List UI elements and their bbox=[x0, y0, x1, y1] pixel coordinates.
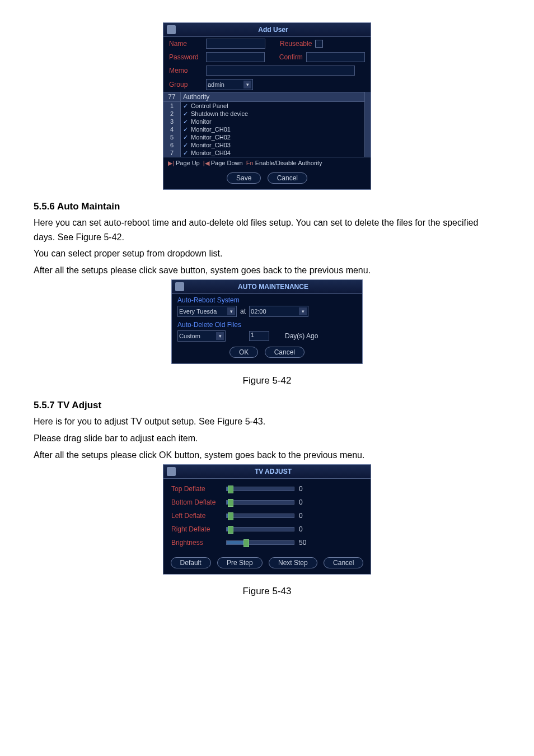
confirm-label: Confirm bbox=[279, 53, 303, 61]
check-icon[interactable]: ✓ bbox=[181, 102, 190, 110]
check-icon[interactable]: ✓ bbox=[181, 134, 190, 141]
section-557-p2: Please drag slide bar to adjust each ite… bbox=[34, 431, 500, 446]
next-step-button[interactable]: Next Step bbox=[269, 557, 317, 568]
authority-row-text: Monitor_CH03 bbox=[190, 141, 364, 149]
authority-row-num: 2 bbox=[163, 110, 181, 118]
authority-row-num: 5 bbox=[163, 133, 181, 141]
name-input[interactable] bbox=[206, 39, 265, 49]
slider-thumb[interactable] bbox=[243, 539, 249, 547]
gear-icon bbox=[175, 282, 184, 291]
authority-row-num: 4 bbox=[163, 125, 181, 133]
slider-value: 50 bbox=[299, 539, 312, 547]
slider[interactable] bbox=[226, 527, 294, 531]
pre-step-button[interactable]: Pre Step bbox=[217, 557, 263, 568]
authority-row[interactable]: 2✓Shutdown the device bbox=[163, 110, 364, 118]
section-557-p3: After all the setups please click OK but… bbox=[34, 448, 500, 463]
add-user-titlebar: Add User bbox=[163, 23, 371, 37]
group-label: Group bbox=[169, 81, 203, 88]
ok-button[interactable]: OK bbox=[229, 347, 258, 358]
slider[interactable] bbox=[226, 540, 294, 545]
tv-adjust-titlebar: TV ADJUST bbox=[163, 465, 371, 479]
add-user-dialog: Add User Name Reuseable Password Confirm… bbox=[163, 22, 371, 190]
slider[interactable] bbox=[226, 514, 294, 518]
chevron-down-icon: ▾ bbox=[243, 81, 251, 88]
group-value: admin bbox=[208, 81, 241, 88]
slider-label: Right Deflate bbox=[171, 525, 222, 533]
slider-label: Bottom Deflate bbox=[171, 498, 222, 506]
page-up-label: Page Up bbox=[176, 160, 200, 166]
slider-thumb[interactable] bbox=[228, 512, 233, 520]
auto-maintenance-title: AUTO MAINTENANCE bbox=[188, 283, 359, 291]
user-icon bbox=[167, 25, 176, 34]
authority-row-num: 3 bbox=[163, 118, 181, 125]
at-label: at bbox=[240, 307, 246, 315]
reuseable-label: Reuseable bbox=[280, 40, 312, 48]
days-input[interactable]: 1 bbox=[249, 331, 269, 341]
slider-thumb[interactable] bbox=[228, 486, 233, 493]
authority-row-text: Monitor_CH01 bbox=[190, 125, 364, 133]
authority-row[interactable]: 6✓Monitor_CH03 bbox=[163, 141, 364, 149]
slider-row: Bottom Deflate0 bbox=[163, 496, 371, 509]
check-icon[interactable]: ✓ bbox=[181, 150, 190, 157]
slider-row: Left Deflate0 bbox=[163, 509, 371, 522]
slider-value: 0 bbox=[299, 512, 312, 520]
authority-row[interactable]: 1✓Control Panel bbox=[163, 102, 364, 110]
authority-row[interactable]: 5✓Monitor_CH02 bbox=[163, 133, 364, 141]
authority-row[interactable]: 3✓Monitor bbox=[163, 118, 364, 125]
slider-thumb[interactable] bbox=[228, 526, 233, 534]
section-557-p1: Here is for you to adjust TV output setu… bbox=[34, 414, 500, 429]
tv-icon bbox=[167, 467, 176, 476]
reboot-day-dropdown[interactable]: Every Tuesda ▾ bbox=[177, 306, 237, 317]
slider-row: Right Deflate0 bbox=[163, 522, 371, 536]
check-icon[interactable]: ✓ bbox=[181, 118, 190, 125]
auto-maintenance-titlebar: AUTO MAINTENANCE bbox=[172, 280, 362, 294]
days-ago-label: Day(s) Ago bbox=[285, 332, 318, 340]
save-button[interactable]: Save bbox=[227, 172, 261, 184]
reboot-time-value: 02:00 bbox=[251, 308, 297, 315]
figure-5-43-caption: Figure 5-43 bbox=[34, 586, 500, 597]
figure-5-42-caption: Figure 5-42 bbox=[34, 375, 500, 386]
check-icon[interactable]: ✓ bbox=[181, 142, 190, 149]
authority-row-text: Monitor_CH02 bbox=[190, 133, 364, 141]
confirm-input[interactable] bbox=[306, 52, 365, 62]
check-icon[interactable]: ✓ bbox=[181, 126, 190, 133]
cancel-button[interactable]: Cancel bbox=[268, 172, 307, 184]
cancel-button[interactable]: Cancel bbox=[324, 557, 363, 568]
reboot-time-dropdown[interactable]: 02:00 ▾ bbox=[249, 306, 308, 317]
chevron-down-icon: ▾ bbox=[216, 332, 224, 340]
slider[interactable] bbox=[226, 500, 294, 505]
section-556-heading: 5.5.6 Auto Maintain bbox=[34, 201, 500, 212]
password-input[interactable] bbox=[206, 52, 265, 62]
default-button[interactable]: Default bbox=[171, 557, 211, 568]
authority-header-label: Authority bbox=[181, 92, 364, 101]
delete-mode-value: Custom bbox=[179, 333, 214, 339]
chevron-down-icon: ▾ bbox=[299, 307, 307, 315]
memo-input[interactable] bbox=[206, 66, 355, 76]
authority-scrollbar[interactable] bbox=[364, 92, 371, 157]
chevron-down-icon: ▾ bbox=[227, 307, 235, 315]
slider-thumb[interactable] bbox=[228, 499, 233, 507]
authority-row[interactable]: 4✓Monitor_CH01 bbox=[163, 125, 364, 133]
reuseable-checkbox[interactable] bbox=[315, 40, 323, 48]
tv-adjust-dialog: TV ADJUST Top Deflate0Bottom Deflate0Lef… bbox=[163, 464, 371, 575]
check-icon[interactable]: ✓ bbox=[181, 110, 190, 118]
authority-row-text: Monitor bbox=[190, 118, 364, 125]
authority-row-num: 1 bbox=[163, 102, 181, 110]
section-556-p1: Here you can set auto-reboot time and au… bbox=[34, 216, 500, 244]
reboot-day-value: Every Tuesda bbox=[179, 308, 225, 315]
slider[interactable] bbox=[226, 487, 294, 491]
authority-row-text: Shutdown the device bbox=[190, 110, 364, 118]
add-user-title: Add User bbox=[179, 26, 367, 34]
delete-mode-dropdown[interactable]: Custom ▾ bbox=[177, 330, 226, 342]
group-dropdown[interactable]: admin ▾ bbox=[206, 79, 253, 90]
section-556-p2: You can select proper setup from dropdow… bbox=[34, 246, 500, 261]
auto-reboot-label: Auto-Reboot System bbox=[172, 294, 362, 304]
auto-delete-label: Auto-Delete Old Files bbox=[172, 319, 362, 329]
slider-label: Brightness bbox=[171, 539, 222, 547]
authority-row[interactable]: 7✓Monitor_CH04 bbox=[163, 149, 364, 157]
cancel-button[interactable]: Cancel bbox=[265, 347, 305, 358]
slider-row: Top Deflate0 bbox=[163, 482, 371, 496]
hint-bar: ▶| Page Up |◀ Page Down Fn Enable/Disabl… bbox=[163, 157, 371, 169]
authority-row-text: Monitor_CH04 bbox=[190, 149, 364, 157]
slider-row: Brightness50 bbox=[163, 536, 371, 549]
